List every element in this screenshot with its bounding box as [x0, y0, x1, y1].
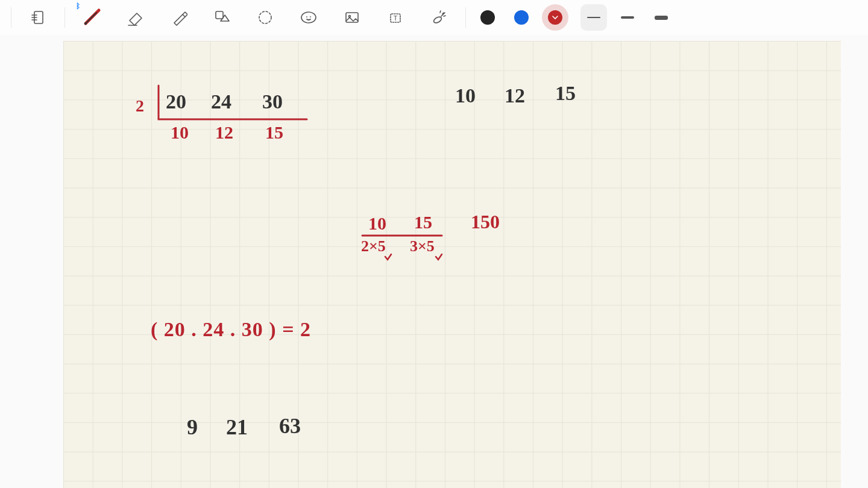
highlighter-icon — [169, 8, 187, 27]
b-1: 9 — [187, 414, 198, 440]
highlighter-tool[interactable] — [164, 3, 193, 32]
lasso-tool[interactable] — [251, 3, 280, 32]
red-swatch-icon — [548, 10, 562, 25]
color-blue[interactable] — [508, 4, 535, 31]
d-r2-c3: 15 — [265, 122, 283, 143]
blue-swatch-icon — [514, 10, 529, 25]
page-icon — [30, 9, 46, 26]
tr-3: 15 — [555, 82, 576, 105]
thick-line-icon — [655, 16, 668, 20]
sticker-tool[interactable] — [294, 3, 323, 32]
color-red[interactable] — [542, 4, 568, 31]
check-1 — [384, 253, 392, 261]
tr-2: 12 — [505, 84, 525, 107]
f-t2: 15 — [414, 212, 432, 233]
laser-tool[interactable] — [424, 3, 453, 32]
svg-point-1 — [84, 22, 87, 25]
f-b1: 2×5 — [361, 237, 386, 255]
shape-tool[interactable] — [207, 3, 236, 32]
separator — [64, 7, 65, 28]
f-res: 150 — [471, 211, 500, 233]
tr-1: 10 — [455, 84, 476, 107]
thickness-thick[interactable] — [648, 4, 675, 31]
svg-point-6 — [349, 16, 351, 17]
d-r1-c2: 24 — [211, 90, 231, 113]
text-tool[interactable]: T — [381, 3, 410, 32]
sticker-icon — [300, 9, 317, 26]
color-black[interactable] — [474, 4, 501, 31]
pen-tool[interactable]: ᛒ — [77, 3, 106, 32]
svg-point-9 — [433, 16, 442, 24]
pen-icon — [82, 8, 101, 27]
medium-line-icon — [621, 16, 634, 19]
eraser-icon — [126, 8, 144, 27]
separator — [465, 7, 466, 28]
d-r2-c1: 10 — [171, 122, 189, 143]
b-3: 63 — [279, 413, 301, 439]
chevron-down-icon — [552, 14, 558, 20]
d-r1-c1: 20 — [166, 90, 186, 113]
b-2: 21 — [226, 414, 248, 440]
toolbar: ᛒ T — [0, 0, 868, 36]
divisor: 2 — [136, 96, 144, 116]
separator — [11, 7, 11, 28]
image-icon — [344, 9, 360, 26]
canvas[interactable]: 2 20 24 30 10 12 15 10 12 15 10 15 2×5 3… — [0, 35, 868, 488]
image-tool[interactable] — [338, 3, 366, 32]
svg-rect-5 — [346, 13, 358, 22]
bluetooth-icon: ᛒ — [76, 2, 80, 10]
thickness-thin[interactable] — [580, 4, 607, 31]
thin-line-icon — [587, 17, 600, 18]
svg-text:T: T — [394, 14, 398, 22]
laser-icon — [430, 9, 447, 26]
d-r1-c3: 30 — [262, 90, 283, 113]
svg-point-4 — [301, 12, 316, 23]
f-b2: 3×5 — [410, 237, 435, 255]
shape-icon — [213, 9, 230, 26]
page-settings-tool[interactable] — [24, 3, 52, 32]
f-t1: 10 — [368, 213, 386, 234]
svg-point-3 — [259, 11, 271, 23]
d-r2-c2: 12 — [215, 122, 233, 143]
gcd-expression: ( 20 . 24 . 30 ) = 2 — [151, 318, 311, 341]
paper: 2 20 24 30 10 12 15 10 12 15 10 15 2×5 3… — [63, 41, 841, 488]
black-swatch-icon — [480, 10, 495, 25]
text-icon: T — [387, 9, 404, 26]
svg-rect-2 — [216, 11, 223, 19]
check-2 — [435, 253, 443, 261]
eraser-tool[interactable] — [121, 3, 149, 32]
lasso-icon — [257, 9, 274, 26]
thickness-medium[interactable] — [614, 4, 641, 31]
